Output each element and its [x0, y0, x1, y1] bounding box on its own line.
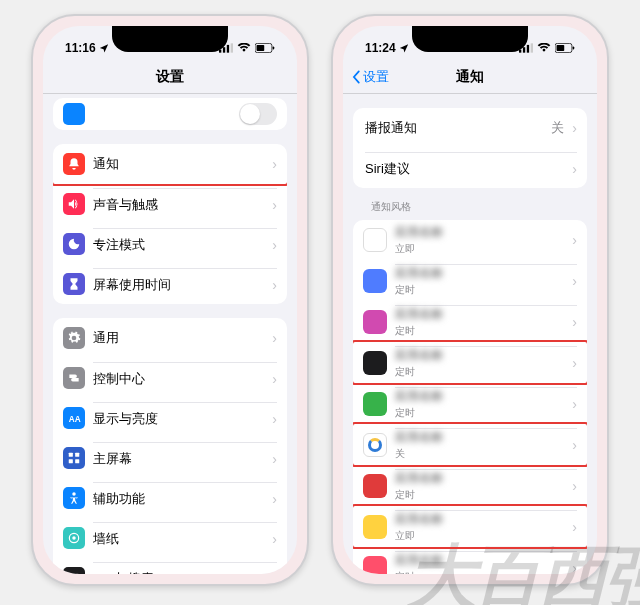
- app-name: 应用名称: [395, 388, 568, 405]
- app-icon: [363, 351, 387, 375]
- figure-icon: [63, 487, 85, 509]
- chevron-right-icon: ›: [572, 232, 577, 248]
- wifi-icon: [237, 43, 251, 53]
- svg-rect-1: [223, 47, 225, 52]
- app-schedule: 定时: [395, 406, 568, 420]
- settings-group: [53, 98, 287, 130]
- settings-row-item[interactable]: [53, 98, 287, 130]
- svg-rect-9: [75, 453, 79, 457]
- speaker-icon: [63, 193, 85, 215]
- settings-row-主屏幕[interactable]: 主屏幕›: [53, 438, 287, 478]
- app-name: 应用名称: [395, 306, 568, 323]
- row-label: 主屏幕: [93, 450, 268, 468]
- svg-rect-31: [531, 43, 533, 52]
- row-label: 控制中心: [93, 370, 268, 388]
- section-header: 通知风格: [353, 188, 587, 218]
- app-schedule: 定时: [395, 570, 568, 574]
- row-label: 声音与触感: [93, 196, 268, 214]
- app-icon: [363, 269, 387, 293]
- svg-point-12: [72, 492, 76, 496]
- chevron-right-icon: ›: [572, 437, 577, 453]
- settings-row-控制中心[interactable]: 控制中心›: [53, 358, 287, 398]
- battery-icon: [255, 43, 275, 53]
- gear-icon: [63, 327, 85, 349]
- row-label: 专注模式: [93, 236, 268, 254]
- app-schedule: 定时: [395, 324, 568, 338]
- settings-row-通知[interactable]: 通知›: [53, 144, 287, 184]
- chevron-right-icon: ›: [572, 396, 577, 412]
- chevron-right-icon: ›: [272, 491, 277, 507]
- app-row[interactable]: 应用名称立即›: [353, 220, 587, 260]
- status-time: 11:24: [365, 41, 396, 55]
- app-row[interactable]: 应用名称定时›: [353, 547, 587, 574]
- phone-left: 11:16 设置 通知›声音与触感›专注模式›屏幕使用时间›通用›控制中心›AA…: [31, 14, 309, 586]
- wifi-icon: [537, 43, 551, 53]
- settings-list[interactable]: 通知›声音与触感›专注模式›屏幕使用时间›通用›控制中心›AA显示与亮度›主屏幕…: [43, 94, 297, 574]
- settings-row-声音与触感[interactable]: 声音与触感›: [53, 184, 287, 224]
- app-icon: [363, 310, 387, 334]
- settings-row-通用[interactable]: 通用›: [53, 318, 287, 358]
- siri-icon: [63, 567, 85, 574]
- app-name: 应用名称: [395, 470, 568, 487]
- notification-settings-group: 播报通知关›Siri建议›: [353, 108, 587, 188]
- setting-row[interactable]: 播报通知关›: [353, 108, 587, 148]
- chevron-right-icon: ›: [272, 371, 277, 387]
- app-row[interactable]: 应用名称定时›: [353, 465, 587, 506]
- chevron-right-icon: ›: [272, 330, 277, 346]
- back-button[interactable]: 设置: [351, 68, 389, 86]
- app-row[interactable]: 应用名称定时›: [353, 342, 587, 383]
- chevron-right-icon: ›: [572, 560, 577, 574]
- nav-bar: 设置: [43, 60, 297, 94]
- app-icon: [363, 515, 387, 539]
- row-label: 通知: [93, 155, 268, 173]
- app-row[interactable]: 应用名称立即›: [353, 506, 587, 547]
- app-name: 应用名称: [395, 552, 568, 569]
- settings-row-辅助功能[interactable]: 辅助功能›: [53, 478, 287, 518]
- row-icon: [63, 103, 85, 125]
- row-label: 墙纸: [93, 530, 268, 548]
- app-icon: [363, 433, 387, 457]
- settings-row-屏幕使用时间[interactable]: 屏幕使用时间›: [53, 264, 287, 304]
- chevron-right-icon: ›: [572, 161, 577, 177]
- svg-text:AA: AA: [69, 415, 81, 424]
- chevron-right-icon: ›: [572, 355, 577, 371]
- app-schedule: 立即: [395, 242, 568, 256]
- chevron-right-icon: ›: [572, 314, 577, 330]
- location-icon: [399, 43, 409, 53]
- row-label: 屏幕使用时间: [93, 276, 268, 294]
- settings-row-专注模式[interactable]: 专注模式›: [53, 224, 287, 264]
- app-list-group: 应用名称立即›应用名称定时›应用名称定时›应用名称定时›应用名称定时›应用名称关…: [353, 220, 587, 574]
- row-label: Siri 与搜索: [93, 570, 268, 575]
- app-schedule: 定时: [395, 488, 568, 502]
- app-schedule: 定时: [395, 283, 568, 297]
- notch: [412, 26, 528, 52]
- svg-rect-2: [227, 45, 229, 53]
- wallpaper-icon: [63, 527, 85, 549]
- app-row[interactable]: 应用名称定时›: [353, 260, 587, 301]
- app-row[interactable]: 应用名称关›: [353, 424, 587, 465]
- settings-row-Siri 与搜索[interactable]: Siri 与搜索›: [53, 558, 287, 574]
- battery-icon: [555, 43, 575, 53]
- notifications-list[interactable]: 播报通知关›Siri建议›通知风格应用名称立即›应用名称定时›应用名称定时›应用…: [343, 94, 597, 574]
- page-title: 设置: [156, 68, 184, 86]
- settings-row-墙纸[interactable]: 墙纸›: [53, 518, 287, 558]
- svg-rect-30: [527, 45, 529, 53]
- svg-rect-5: [257, 45, 265, 51]
- app-name: 应用名称: [395, 429, 568, 446]
- app-name: 应用名称: [395, 347, 568, 364]
- svg-rect-10: [69, 459, 73, 463]
- chevron-right-icon: ›: [572, 478, 577, 494]
- svg-rect-34: [573, 46, 575, 49]
- app-icon: [363, 392, 387, 416]
- row-label: 播报通知: [365, 119, 551, 137]
- toggle[interactable]: [239, 103, 277, 125]
- app-row[interactable]: 应用名称定时›: [353, 383, 587, 424]
- status-right: [519, 43, 575, 53]
- grid-icon: [63, 447, 85, 469]
- chevron-right-icon: ›: [272, 197, 277, 213]
- setting-row[interactable]: Siri建议›: [353, 148, 587, 188]
- settings-row-显示与亮度[interactable]: AA显示与亮度›: [53, 398, 287, 438]
- app-row[interactable]: 应用名称定时›: [353, 301, 587, 342]
- svg-rect-6: [273, 46, 275, 49]
- chevron-right-icon: ›: [272, 451, 277, 467]
